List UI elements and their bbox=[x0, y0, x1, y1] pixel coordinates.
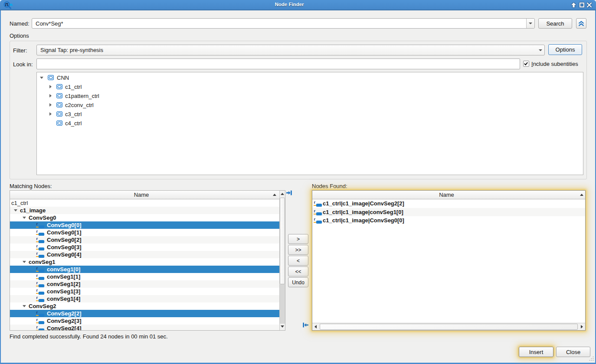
node-label: ConvSeg2[3] bbox=[47, 317, 81, 325]
matching-node-row-ConvSeg2[4][interactable]: rConvSeg2[4] bbox=[10, 325, 279, 330]
tree-item-c1pattern_ctrl[interactable]: c1pattern_ctrl bbox=[37, 91, 583, 101]
matching-node-row-convSeg1[4][interactable]: rconvSeg1[4] bbox=[10, 295, 279, 302]
expander-right-icon[interactable] bbox=[49, 85, 52, 88]
title-bar[interactable]: Node Finder bbox=[0, 0, 596, 10]
scrollbar-thumb[interactable] bbox=[320, 324, 578, 330]
node-label: c1_image bbox=[20, 207, 46, 214]
node-label: convSeg1[4] bbox=[47, 295, 80, 302]
triangle-up-icon bbox=[281, 193, 284, 195]
node-icon: r bbox=[314, 209, 323, 217]
resize-grip-icon[interactable] bbox=[587, 356, 594, 362]
move-all-right-button[interactable]: >> bbox=[288, 245, 308, 255]
matching-node-row-convSeg1[interactable]: convSeg1 bbox=[10, 258, 279, 266]
node-icon: r bbox=[36, 251, 45, 258]
remove-from-found-icon[interactable] bbox=[303, 322, 308, 329]
matching-node-row-ConvSeg0[3][interactable]: rConvSeg0[3] bbox=[10, 244, 279, 251]
node-icon: r bbox=[36, 244, 45, 251]
node-label: ConvSeg0[2] bbox=[47, 236, 81, 244]
copy-to-found-icon[interactable] bbox=[286, 190, 292, 197]
move-all-left-button[interactable]: << bbox=[288, 266, 308, 276]
matching-node-row-ConvSeg2[2][interactable]: rConvSeg2[2] bbox=[10, 310, 279, 317]
tree-item-c4_ctrl[interactable]: c4_ctrl bbox=[37, 119, 583, 128]
scroll-up-button[interactable] bbox=[280, 191, 285, 198]
matching-node-row-ConvSeg0[1][interactable]: rConvSeg0[1] bbox=[10, 229, 279, 236]
look-in-label: Look in: bbox=[13, 61, 33, 68]
expander-right-icon[interactable] bbox=[49, 103, 52, 107]
found-node-row[interactable]: rc1_ctrl|c1_image|ConvSeg0[0] bbox=[312, 216, 585, 225]
matching-node-row-convSeg1[3][interactable]: rconvSeg1[3] bbox=[10, 288, 279, 295]
look-in-input[interactable] bbox=[36, 58, 520, 69]
matching-node-row-ConvSeg2[interactable]: ConvSeg2 bbox=[10, 302, 279, 310]
matching-node-row-convSeg1[0][interactable]: rconvSeg1[0] bbox=[10, 266, 279, 273]
expander-right-icon[interactable] bbox=[49, 112, 52, 116]
scroll-down-button[interactable] bbox=[280, 323, 285, 330]
expander-right-icon[interactable] bbox=[49, 94, 52, 98]
expander-down-icon[interactable] bbox=[23, 261, 26, 263]
svg-text:r: r bbox=[314, 200, 316, 205]
include-subentities-label[interactable]: Include subentities bbox=[531, 61, 578, 67]
node-icon: r bbox=[36, 229, 45, 236]
scroll-left-button[interactable] bbox=[313, 324, 319, 330]
scrollbar-thumb[interactable] bbox=[280, 198, 285, 284]
include-subentities-checkbox[interactable] bbox=[523, 61, 529, 67]
entity-icon bbox=[48, 75, 54, 81]
expander-down-icon[interactable] bbox=[40, 77, 43, 79]
matching-node-row-ConvSeg2[3][interactable]: rConvSeg2[3] bbox=[10, 317, 279, 325]
tree-item-CNN[interactable]: CNN bbox=[37, 73, 583, 82]
found-node-row[interactable]: rc1_ctrl|c1_image|convSeg1[0] bbox=[312, 208, 585, 217]
matching-vertical-scrollbar[interactable] bbox=[279, 191, 285, 330]
matching-node-row-convSeg1[2][interactable]: rconvSeg1[2] bbox=[10, 280, 279, 288]
tree-item-label: c4_ctrl bbox=[65, 119, 82, 128]
found-horizontal-scrollbar[interactable] bbox=[312, 323, 585, 330]
matching-node-row-ConvSeg0[2][interactable]: rConvSeg0[2] bbox=[10, 236, 279, 244]
matching-node-row-ConvSeg0[4][interactable]: rConvSeg0[4] bbox=[10, 251, 279, 258]
collapse-button[interactable] bbox=[576, 18, 586, 29]
matching-nodes-header[interactable]: Name bbox=[10, 191, 285, 199]
close-window-button[interactable] bbox=[586, 2, 593, 8]
matching-node-row-ConvSeg0[0][interactable]: rConvSeg0[0] bbox=[10, 221, 279, 229]
matching-nodes-table: Name c1_ctrlc1_imageConvSeg0rConvSeg0[0]… bbox=[10, 190, 285, 331]
filter-dropdown-button[interactable] bbox=[536, 45, 544, 55]
entity-icon bbox=[56, 93, 62, 100]
expander-down-icon[interactable] bbox=[14, 209, 17, 211]
node-icon: r bbox=[36, 310, 45, 317]
filter-options-button[interactable]: Options bbox=[548, 44, 582, 55]
insert-button[interactable]: Insert bbox=[519, 347, 553, 357]
svg-text:r: r bbox=[36, 281, 38, 285]
nodes-found-header[interactable]: Name bbox=[312, 191, 585, 199]
node-label: ConvSeg2 bbox=[29, 302, 56, 310]
undo-button[interactable]: Undo bbox=[288, 277, 308, 287]
filter-combobox[interactable]: Signal Tap: pre-synthesis bbox=[36, 45, 545, 55]
tree-item-label: c2conv_ctrl bbox=[65, 101, 94, 110]
maximize-window-button[interactable] bbox=[579, 2, 586, 8]
shade-window-button[interactable] bbox=[571, 2, 577, 8]
move-right-button[interactable]: > bbox=[288, 234, 308, 244]
node-icon: r bbox=[36, 266, 45, 273]
entity-icon bbox=[56, 111, 62, 118]
svg-text:r: r bbox=[36, 251, 38, 256]
named-dropdown-button[interactable] bbox=[526, 19, 534, 28]
move-left-button[interactable]: < bbox=[288, 256, 308, 266]
matching-node-row-ConvSeg0[interactable]: ConvSeg0 bbox=[10, 214, 279, 221]
expander-down-icon[interactable] bbox=[23, 305, 26, 307]
sort-ascending-icon bbox=[273, 194, 276, 196]
tree-item-label: c1pattern_ctrl bbox=[65, 91, 99, 101]
tree-item-c3_ctrl[interactable]: c3_ctrl bbox=[37, 110, 583, 119]
named-label: Named: bbox=[10, 20, 29, 27]
matching-node-row-convSeg1[1][interactable]: rconvSeg1[1] bbox=[10, 273, 279, 280]
expander-down-icon[interactable] bbox=[23, 217, 26, 219]
matching-node-row-c1_ctrl[interactable]: c1_ctrl bbox=[10, 199, 279, 207]
tree-item-c1_ctrl[interactable]: c1_ctrl bbox=[37, 82, 583, 91]
tree-item-label: CNN bbox=[57, 73, 69, 82]
named-combobox[interactable]: Conv*Seg* bbox=[32, 18, 535, 29]
found-node-row[interactable]: rc1_ctrl|c1_image|ConvSeg2[2] bbox=[312, 199, 585, 208]
close-button[interactable]: Close bbox=[556, 347, 590, 357]
search-button[interactable]: Search bbox=[538, 18, 572, 29]
matching-node-row-c1_image[interactable]: c1_image bbox=[10, 207, 279, 214]
nodes-found-label: Nodes Found: bbox=[312, 183, 347, 189]
node-label: ConvSeg2[4] bbox=[47, 325, 81, 330]
tree-item-c2conv_ctrl[interactable]: c2conv_ctrl bbox=[37, 101, 583, 110]
chevron-down-icon bbox=[539, 49, 542, 51]
scrollbar-gutter[interactable] bbox=[280, 284, 285, 324]
scroll-right-button[interactable] bbox=[578, 324, 585, 330]
